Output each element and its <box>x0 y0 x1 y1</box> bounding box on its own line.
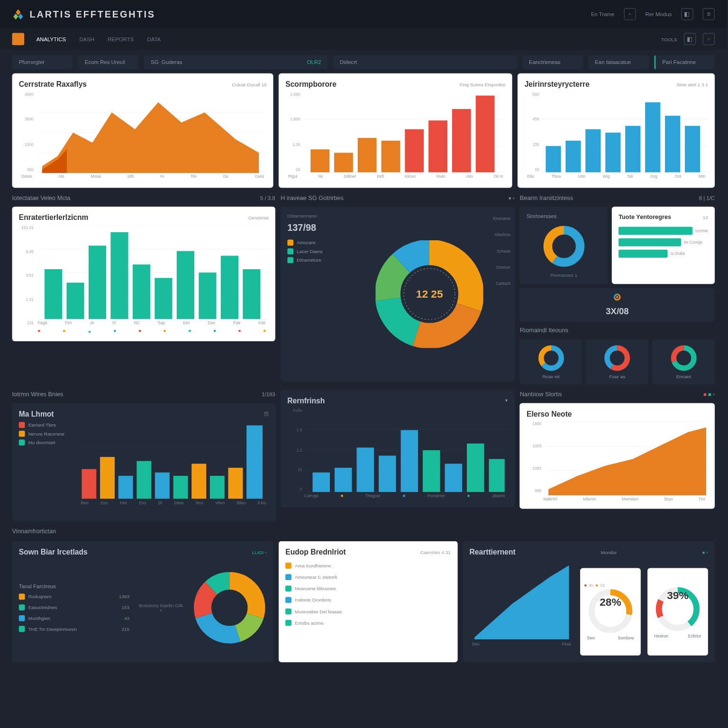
svg-rect-28 <box>626 126 641 173</box>
nav-icon-2[interactable]: ▫ <box>702 33 715 46</box>
top-icon-2[interactable]: ◧ <box>681 8 693 20</box>
chart-c3 <box>525 92 708 173</box>
svg-rect-84 <box>335 468 352 492</box>
svg-rect-87 <box>400 430 418 492</box>
card-c6b: Tuote Yentoregres12 Iccrinie ite Coorge … <box>612 207 715 284</box>
brand-text: LARTIS EFFTEEGHTIS <box>29 9 155 19</box>
svg-rect-77 <box>246 425 263 499</box>
chart-c2 <box>285 92 506 173</box>
card-c4: EnratertierlerlzicnmCencirriot 191.015.9… <box>12 207 275 341</box>
svg-rect-88 <box>423 450 440 492</box>
svg-rect-76 <box>228 468 243 499</box>
svg-rect-29 <box>646 102 661 173</box>
card-c11: Eudop BrednlriotCaerrrten 4.31 Area Kord… <box>279 541 457 663</box>
svg-rect-73 <box>173 476 188 499</box>
nav-tools[interactable]: TOOLS <box>661 36 677 41</box>
logo-icon <box>12 8 25 20</box>
svg-rect-75 <box>210 476 225 499</box>
chart-c5: 12 25 EnonameIstachciuScheoeEstmrerCanta… <box>351 213 508 375</box>
top-icon-3[interactable]: ≡ <box>702 8 715 20</box>
svg-point-57 <box>616 296 618 298</box>
svg-rect-19 <box>476 96 495 173</box>
svg-rect-69 <box>100 457 115 499</box>
svg-rect-46 <box>243 269 260 319</box>
card-c12: RearttiernentMondor● ▫ DenFinia ■In■Ct 2… <box>463 541 715 663</box>
logo: LARTIS EFFTEEGHTIS <box>12 8 155 20</box>
filter-d[interactable]: Didecrt <box>333 55 517 69</box>
filter-a[interactable]: Pfurrorgter <box>12 55 73 69</box>
chart-c1 <box>19 92 267 173</box>
gauge-2: 39% HextronEclictur <box>647 568 708 655</box>
svg-rect-39 <box>89 246 106 319</box>
svg-rect-27 <box>606 133 621 173</box>
shield-icon <box>12 33 25 46</box>
card-c7: Ma Lhmot◳ Eaciard Tlers Nerure Ratornesr… <box>12 403 275 521</box>
nav-reports[interactable]: REPORTS <box>102 33 139 45</box>
filter-g[interactable]: Pari Facatnne <box>654 55 715 69</box>
svg-rect-18 <box>452 109 471 172</box>
svg-rect-17 <box>428 120 447 172</box>
svg-rect-45 <box>221 256 238 319</box>
card-c10: Sown Biar IrcetladsLLIGI ▫ Tanal Farctre… <box>12 541 273 663</box>
top-icon-1[interactable]: ▫ <box>624 8 636 20</box>
nav-dash[interactable]: DASH <box>74 33 100 45</box>
filter-c[interactable]: SG GuderasOLR2 <box>144 55 328 69</box>
card-c8: Rernfrinsh▾ Fofin1.81.5150 Corrvgs■Thego… <box>281 390 514 507</box>
card-c6a: Sinrtoersses Pennarrani 1 <box>520 207 608 284</box>
svg-rect-13 <box>334 153 353 172</box>
svg-rect-72 <box>155 473 170 499</box>
svg-rect-26 <box>586 129 601 173</box>
chart-c8 <box>287 409 508 492</box>
filter-e[interactable]: Eanctrieneas <box>522 55 583 69</box>
donut-c6a <box>542 225 585 268</box>
svg-rect-44 <box>199 273 216 319</box>
top-link-1[interactable]: En Trame <box>591 11 614 17</box>
nav-analytics[interactable]: ANALYTICS <box>31 33 71 45</box>
filter-b[interactable]: Ecom Res Urecil <box>78 55 139 69</box>
card-c3: JeirinrsteyrycterreSiew stinl 1 3 1 8904… <box>518 73 715 188</box>
card-c6c: 3X/08 <box>520 288 715 322</box>
svg-rect-25 <box>566 141 581 173</box>
chart-c7 <box>78 422 269 499</box>
svg-rect-42 <box>155 278 172 319</box>
svg-rect-24 <box>546 146 561 172</box>
nav-icon-1[interactable]: ◧ <box>684 33 696 46</box>
chart-c10 <box>192 571 266 645</box>
svg-rect-12 <box>310 149 329 172</box>
top-link-2[interactable]: Rer Modus <box>646 11 672 17</box>
svg-marker-2 <box>18 14 23 20</box>
card-c1: Cerrstrate RaxaflysCuluat Ducall 15 4000… <box>12 73 273 188</box>
chart-c12 <box>469 560 573 640</box>
svg-rect-90 <box>467 444 484 492</box>
stat-3: Encant <box>653 339 715 384</box>
chart-c4 <box>19 226 269 320</box>
svg-rect-85 <box>356 447 374 492</box>
svg-rect-41 <box>133 264 150 319</box>
stat-1: Rcav nit <box>520 339 582 384</box>
topbar: LARTIS EFFTEEGHTIS En Trame ▫ Rer Modus … <box>0 0 727 28</box>
svg-rect-38 <box>66 282 84 319</box>
svg-rect-43 <box>177 251 194 319</box>
card-c2: ScormpbororeFing Soires Ersponks! 1.6801… <box>279 73 512 188</box>
svg-rect-83 <box>312 473 330 492</box>
svg-rect-14 <box>358 138 377 172</box>
gauge-1: ■In■Ct 28% SienSornlone <box>580 568 641 655</box>
card-c9: Elerso Neote 188810831083986 NakirhrìMli… <box>520 403 715 509</box>
svg-rect-37 <box>45 269 62 319</box>
svg-rect-86 <box>379 455 396 492</box>
svg-rect-40 <box>110 232 128 319</box>
filter-f[interactable]: Ean talaacatue <box>588 55 649 69</box>
svg-rect-15 <box>382 141 400 173</box>
svg-rect-30 <box>665 116 680 172</box>
svg-rect-71 <box>136 461 151 499</box>
chart-c9 <box>527 422 708 496</box>
donut-c6c <box>605 293 629 301</box>
filterbar: Pfurrorgter Ecom Res Urecil SG GuderasOL… <box>0 50 727 73</box>
svg-marker-1 <box>13 14 18 20</box>
svg-rect-74 <box>191 464 206 499</box>
nav-data[interactable]: DATA <box>142 33 166 45</box>
navbar: ANALYTICS DASH REPORTS DATA TOOLS ◧ ▫ <box>0 28 727 50</box>
svg-rect-70 <box>118 476 133 499</box>
svg-rect-89 <box>445 464 462 492</box>
svg-rect-31 <box>685 126 700 173</box>
